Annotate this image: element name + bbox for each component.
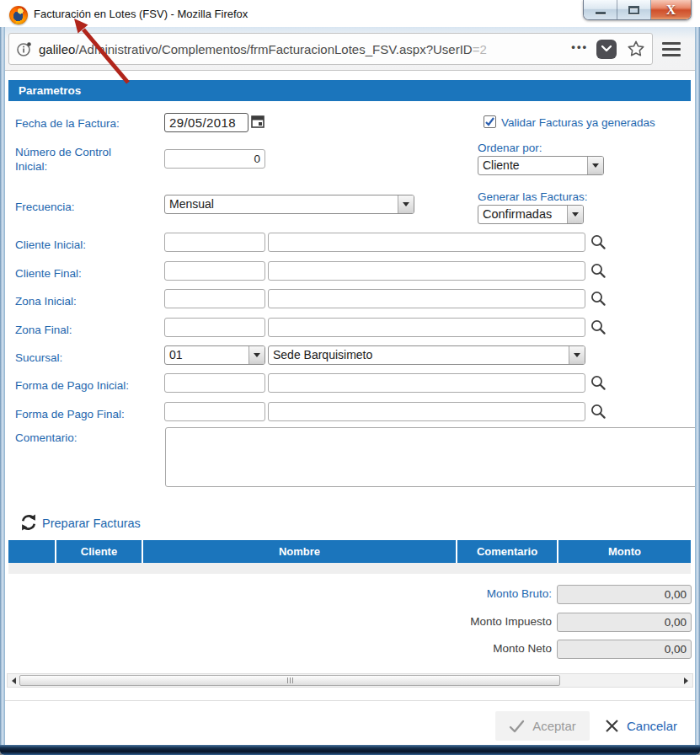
calendar-icon[interactable] bbox=[251, 115, 265, 129]
numero-control-label-2: Inicial: bbox=[15, 160, 47, 173]
search-icon[interactable] bbox=[590, 403, 606, 420]
frecuencia-dropdown-button[interactable] bbox=[398, 195, 414, 213]
comentario-label: Comentario: bbox=[15, 431, 77, 444]
search-icon[interactable] bbox=[590, 262, 606, 279]
generar-dropdown-button[interactable] bbox=[567, 206, 583, 223]
forma-pago-final-name-input[interactable] bbox=[268, 402, 585, 421]
maximize-button[interactable] bbox=[617, 0, 651, 19]
monto-bruto-label: Monto Bruto: bbox=[383, 587, 552, 600]
cliente-final-name-input[interactable] bbox=[268, 261, 585, 281]
close-icon: X bbox=[666, 3, 676, 17]
sucursal-code-value: 01 bbox=[165, 346, 248, 364]
maximize-icon bbox=[628, 6, 639, 14]
pocket-icon[interactable] bbox=[596, 40, 617, 59]
sucursal-label: Sucursal: bbox=[15, 351, 62, 364]
comentario-textarea[interactable] bbox=[165, 427, 695, 487]
frecuencia-value: Mensual bbox=[165, 195, 398, 213]
window-frame-right bbox=[695, 27, 700, 745]
scrollbar-thumb[interactable] bbox=[19, 675, 560, 686]
aceptar-label: Aceptar bbox=[532, 719, 576, 733]
chevron-down-icon bbox=[254, 353, 260, 357]
fecha-input[interactable] bbox=[164, 113, 248, 132]
url-bar[interactable]: galileo/Administrativo/Complementos/frmF… bbox=[8, 33, 653, 65]
cancelar-label: Cancelar bbox=[627, 719, 677, 733]
zona-inicial-name-input[interactable] bbox=[268, 289, 585, 308]
preparar-facturas-link[interactable]: Preparar Facturas bbox=[42, 517, 141, 530]
monto-neto-label: Monto Neto bbox=[383, 642, 552, 655]
url-suffix: =2 bbox=[473, 42, 487, 56]
cancelar-button[interactable]: Cancelar bbox=[595, 711, 687, 741]
x-icon bbox=[605, 719, 619, 733]
forma-pago-final-code-input[interactable] bbox=[164, 402, 265, 421]
cliente-inicial-code-input[interactable] bbox=[164, 233, 265, 252]
chevron-down-icon bbox=[572, 212, 579, 217]
sucursal-name-value: Sede Barquisimeto bbox=[269, 346, 569, 364]
cliente-final-label: Cliente Final: bbox=[15, 267, 82, 280]
sucursal-code-dropdown-button[interactable] bbox=[248, 346, 265, 364]
frecuencia-select[interactable]: Mensual bbox=[164, 195, 414, 214]
url-text[interactable]: galileo/Administrativo/Complementos/frmF… bbox=[39, 42, 568, 56]
chevron-down-icon bbox=[574, 353, 580, 357]
scroll-left-button[interactable] bbox=[8, 674, 20, 687]
search-icon[interactable] bbox=[590, 319, 606, 335]
results-table-header: Cliente Nombre Comentario Monto bbox=[8, 540, 691, 563]
forma-pago-inicial-name-input[interactable] bbox=[268, 373, 585, 393]
close-button[interactable]: X bbox=[651, 0, 691, 19]
search-icon[interactable] bbox=[590, 290, 606, 307]
chevron-down-icon bbox=[592, 163, 599, 168]
fecha-label: Fecha de la Factura: bbox=[15, 117, 120, 130]
url-path: /Administrativo/Complementos/frmFacturac… bbox=[75, 42, 472, 56]
arrow-right-icon bbox=[684, 677, 688, 684]
zona-final-name-input[interactable] bbox=[268, 318, 585, 337]
titlebar[interactable]: Facturación en Lotes (FSV) - Mozilla Fir… bbox=[0, 0, 700, 27]
sucursal-name-dropdown-button[interactable] bbox=[569, 346, 585, 364]
generar-select[interactable]: Confirmadas bbox=[478, 205, 584, 224]
numero-control-input[interactable] bbox=[164, 149, 265, 169]
column-header-select[interactable] bbox=[8, 540, 56, 563]
cliente-final-code-input[interactable] bbox=[164, 261, 265, 281]
minimize-button[interactable] bbox=[584, 0, 617, 19]
zona-inicial-label: Zona Inicial: bbox=[15, 295, 77, 308]
column-header-nombre[interactable]: Nombre bbox=[143, 540, 457, 563]
page-info-icon[interactable] bbox=[16, 41, 32, 57]
search-icon[interactable] bbox=[590, 233, 606, 250]
sucursal-code-select[interactable]: 01 bbox=[164, 345, 265, 365]
column-header-monto[interactable]: Monto bbox=[558, 540, 691, 563]
chevron-down-icon bbox=[403, 202, 409, 206]
page-actions-button[interactable]: ••• bbox=[571, 40, 588, 53]
refresh-icon[interactable] bbox=[19, 512, 39, 533]
firefox-logo-icon bbox=[9, 6, 28, 24]
numero-control-label-1: Número de Control bbox=[15, 146, 111, 158]
generar-label: Generar las Facturas: bbox=[478, 190, 588, 203]
forma-pago-inicial-code-input[interactable] bbox=[164, 373, 265, 393]
zona-final-code-input[interactable] bbox=[164, 318, 265, 337]
column-header-comentario[interactable]: Comentario bbox=[457, 540, 558, 563]
check-icon bbox=[509, 720, 525, 733]
minimize-icon bbox=[596, 12, 606, 14]
search-icon[interactable] bbox=[590, 374, 606, 391]
ordenar-value: Cliente bbox=[478, 157, 587, 174]
ordenar-label: Ordenar por: bbox=[478, 142, 542, 154]
monto-neto-input bbox=[557, 640, 692, 659]
check-icon bbox=[484, 116, 495, 127]
page-content: Parametros Fecha de la Factura: Validar … bbox=[5, 71, 695, 745]
bookmark-star-icon[interactable] bbox=[627, 40, 645, 58]
monto-impuesto-input bbox=[557, 613, 692, 632]
sucursal-name-select[interactable]: Sede Barquisimeto bbox=[268, 345, 585, 365]
arrow-left-icon bbox=[12, 677, 16, 684]
validar-checkbox[interactable] bbox=[484, 115, 496, 128]
scroll-right-button[interactable] bbox=[680, 674, 692, 687]
aceptar-button[interactable]: Aceptar bbox=[495, 711, 590, 741]
column-header-cliente[interactable]: Cliente bbox=[56, 540, 143, 563]
zona-final-label: Zona Final: bbox=[15, 324, 72, 336]
cliente-inicial-name-input[interactable] bbox=[268, 233, 585, 252]
menu-hamburger-icon[interactable] bbox=[662, 38, 684, 60]
window-frame-bottom bbox=[0, 745, 700, 755]
monto-bruto-input bbox=[557, 585, 692, 604]
ordenar-select[interactable]: Cliente bbox=[478, 156, 604, 175]
ordenar-dropdown-button[interactable] bbox=[587, 157, 603, 174]
zona-inicial-code-input[interactable] bbox=[164, 289, 265, 308]
frecuencia-label: Frecuencia: bbox=[15, 201, 75, 213]
horizontal-scrollbar[interactable] bbox=[7, 673, 693, 688]
results-table-empty-row bbox=[8, 563, 691, 574]
